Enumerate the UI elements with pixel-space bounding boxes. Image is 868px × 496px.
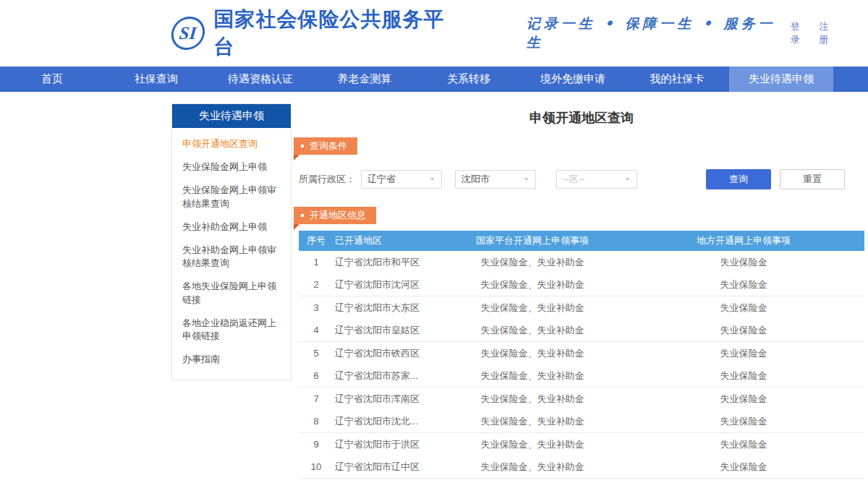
login-link[interactable]: 登录: [791, 20, 809, 46]
region-label: 所属行政区：: [299, 173, 355, 186]
cell-local: 失业保险金: [623, 347, 864, 360]
table-row: 7 辽宁省沈阳市浑南区 失业保险金、失业补助金 失业保险金: [299, 388, 864, 411]
nav-item[interactable]: 失业待遇申领: [729, 67, 833, 92]
main-panel: 申领开通地区查询 查询条件 所属行政区： 辽宁省 ▼ 沈阳市 ▼ --: [299, 92, 864, 479]
nav-item[interactable]: 首页: [0, 67, 104, 92]
district-select[interactable]: --区-- ▼: [556, 170, 637, 189]
result-section-label: 开通地区信息: [310, 209, 366, 222]
cell-local: 失业保险金: [623, 461, 864, 474]
cell-no: 8: [299, 416, 333, 427]
cell-local: 失业保险金: [623, 415, 864, 428]
top-header: SI 国家社会保险公共服务平台 记录一生 • 保障一生 • 服务一生 登录 注册: [0, 0, 868, 67]
bullet-icon: [301, 214, 304, 217]
cell-national: 失业保险金、失业补助金: [442, 461, 623, 474]
cell-national: 失业保险金、失业补助金: [442, 369, 623, 382]
sidebar-menu-item[interactable]: 办事指南: [172, 348, 291, 371]
cell-national: 失业保险金、失业补助金: [442, 438, 623, 451]
table-row: 9 辽宁省沈阳市于洪区 失业保险金、失业补助金 失业保险金: [299, 433, 864, 456]
page: SI 国家社会保险公共服务平台 记录一生 • 保障一生 • 服务一生 登录 注册…: [0, 0, 868, 496]
cell-no: 7: [299, 393, 333, 404]
regions-table: 序号 已开通地区 国家平台开通网上申领事项 地方开通网上申领事项 1 辽宁省沈阳…: [299, 231, 864, 479]
col-header-local: 地方开通网上申领事项: [623, 234, 864, 247]
col-header-no: 序号: [299, 234, 333, 247]
table-row: 10 辽宁省沈阳市辽中区 失业保险金、失业补助金 失业保险金: [299, 456, 864, 479]
cell-no: 1: [299, 257, 333, 268]
sidebar-title: 失业待遇申领: [172, 104, 291, 128]
sidebar-menu-item[interactable]: 各地企业稳岗返还网上申领链接: [172, 312, 291, 348]
cell-no: 3: [299, 302, 333, 313]
cell-local: 失业保险金: [623, 369, 864, 382]
cell-national: 失业保险金、失业补助金: [442, 278, 623, 291]
main-nav: 首页 社保查询 待遇资格认证 养老金测算 关系转移 境外免缴申请 我的社保卡 失…: [0, 67, 868, 92]
cell-local: 失业保险金: [623, 438, 864, 451]
cell-region: 辽宁省沈阳市沈北...: [333, 415, 442, 428]
table-row: 3 辽宁省沈阳市大东区 失业保险金、失业补助金 失业保险金: [299, 296, 864, 320]
cell-region: 辽宁省沈阳市浑南区: [333, 393, 442, 406]
cell-region: 辽宁省沈阳市辽中区: [333, 461, 442, 474]
col-header-region: 已开通地区: [333, 234, 442, 247]
sidebar-menu-item[interactable]: 各地失业保险网上申领链接: [172, 275, 291, 311]
cell-region: 辽宁省沈阳市皇姑区: [333, 324, 442, 337]
cell-national: 失业保险金、失业补助金: [442, 415, 623, 428]
nav-item[interactable]: 境外免缴申请: [521, 67, 625, 92]
table-row: 6 辽宁省沈阳市苏家... 失业保险金、失业补助金 失业保险金: [299, 365, 864, 388]
cell-region: 辽宁省沈阳市和平区: [333, 256, 442, 269]
brand: SI 国家社会保险公共服务平台: [171, 6, 463, 61]
nav-item[interactable]: 养老金测算: [312, 67, 417, 92]
query-form: 所属行政区： 辽宁省 ▼ 沈阳市 ▼ --区-- ▼ 查询 重置: [299, 169, 864, 189]
sidebar-menu-item[interactable]: 失业补助金网上申领: [172, 215, 291, 239]
site-logo-icon: SI: [170, 17, 206, 50]
slogan: 记录一生 • 保障一生 • 服务一生: [527, 14, 791, 52]
sidebar-menu-item[interactable]: 失业补助金网上申领审核结果查询: [172, 239, 291, 275]
cell-local: 失业保险金: [623, 256, 864, 269]
cell-region: 辽宁省沈阳市大东区: [333, 302, 442, 315]
nav-item[interactable]: 我的社保卡: [625, 67, 729, 92]
bullet-icon: [301, 145, 304, 147]
province-select[interactable]: 辽宁省 ▼: [361, 170, 442, 189]
cell-local: 失业保险金: [623, 324, 864, 337]
cell-region: 辽宁省沈阳市于洪区: [333, 438, 442, 451]
search-button[interactable]: 查询: [706, 169, 771, 189]
district-select-placeholder: --区--: [563, 173, 624, 186]
cell-national: 失业保险金、失业补助金: [442, 324, 623, 337]
sidebar-menu-item[interactable]: 申领开通地区查询: [172, 132, 291, 155]
chevron-down-icon: ▼: [624, 176, 631, 182]
content: 失业待遇申领 申领开通地区查询 失业保险金网上申领 失业保险金网上申领审核结果查…: [0, 92, 868, 479]
sidebar-menu: 申领开通地区查询 失业保险金网上申领 失业保险金网上申领审核结果查询 失业补助金…: [172, 128, 291, 380]
query-section-ribbon: 查询条件: [294, 137, 357, 155]
site-title: 国家社会保险公共服务平台: [214, 6, 463, 61]
table-body: 1 辽宁省沈阳市和平区 失业保险金、失业补助金 失业保险金 2 辽宁省沈阳市沈河…: [299, 251, 864, 479]
sidebar: 失业待遇申领 申领开通地区查询 失业保险金网上申领 失业保险金网上申领审核结果查…: [171, 103, 292, 380]
cell-national: 失业保险金、失业补助金: [442, 393, 623, 406]
cell-region: 辽宁省沈阳市苏家...: [333, 369, 442, 382]
result-section-ribbon: 开通地区信息: [294, 207, 376, 224]
form-buttons: 查询 重置: [706, 169, 845, 189]
table-row: 4 辽宁省沈阳市皇姑区 失业保险金、失业补助金 失业保险金: [299, 320, 864, 343]
table-row: 5 辽宁省沈阳市铁西区 失业保险金、失业补助金 失业保险金: [299, 342, 864, 365]
query-section-label: 查询条件: [310, 140, 347, 153]
col-header-national: 国家平台开通网上申领事项: [442, 234, 623, 247]
table-row: 2 辽宁省沈阳市沈河区 失业保险金、失业补助金 失业保险金: [299, 274, 864, 297]
register-link[interactable]: 注册: [819, 20, 838, 46]
cell-region: 辽宁省沈阳市铁西区: [333, 347, 442, 360]
cell-no: 2: [299, 279, 333, 290]
sidebar-menu-item[interactable]: 失业保险金网上申领审核结果查询: [172, 179, 291, 215]
sidebar-menu-item[interactable]: 失业保险金网上申领: [172, 155, 291, 179]
cell-no: 4: [299, 325, 333, 335]
city-select[interactable]: 沈阳市 ▼: [455, 170, 536, 189]
cell-local: 失业保险金: [623, 393, 864, 406]
table-row: 1 辽宁省沈阳市和平区 失业保险金、失业补助金 失业保险金: [299, 251, 864, 274]
nav-item[interactable]: 社保查询: [104, 67, 208, 92]
table-row: 8 辽宁省沈阳市沈北... 失业保险金、失业补助金 失业保险金: [299, 411, 864, 434]
city-select-value: 沈阳市: [461, 173, 523, 186]
cell-no: 5: [299, 348, 333, 359]
nav-item[interactable]: 待遇资格认证: [208, 67, 312, 92]
nav-item[interactable]: 关系转移: [417, 67, 521, 92]
page-title: 申领开通地区查询: [299, 109, 864, 127]
auth-links: 登录 注册: [791, 20, 838, 46]
table-header-row: 序号 已开通地区 国家平台开通网上申领事项 地方开通网上申领事项: [299, 231, 864, 251]
cell-no: 10: [299, 461, 333, 472]
province-select-value: 辽宁省: [367, 173, 429, 186]
reset-button[interactable]: 重置: [780, 169, 845, 189]
cell-local: 失业保险金: [623, 302, 864, 315]
